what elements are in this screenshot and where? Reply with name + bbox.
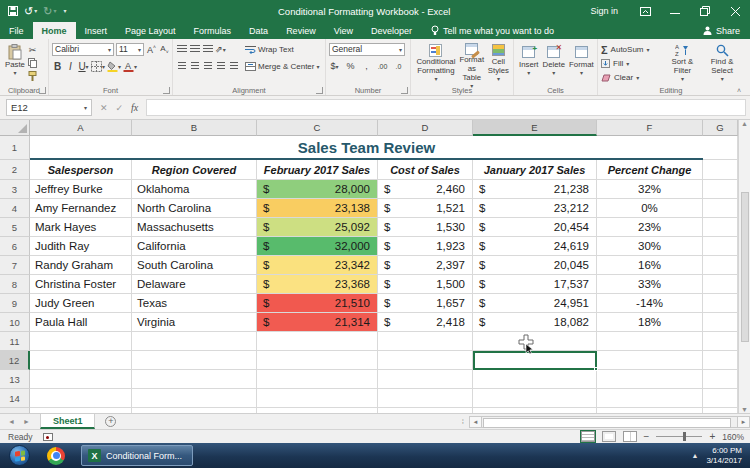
cell-B10[interactable]: Virginia	[132, 313, 257, 332]
table-header-C2[interactable]: February 2017 Sales	[257, 160, 378, 180]
cell-F5[interactable]: 23%	[597, 218, 703, 237]
tab-file[interactable]: File	[0, 22, 33, 39]
column-header-E[interactable]: E	[473, 120, 597, 136]
row-header-8[interactable]: 8	[0, 275, 30, 294]
cell-D5[interactable]: $1,530	[378, 218, 473, 237]
column-header-A[interactable]: A	[30, 120, 132, 136]
hscroll-left-icon[interactable]: ◄	[469, 416, 482, 428]
tab-view[interactable]: View	[325, 22, 362, 39]
cell-A13[interactable]	[30, 370, 132, 389]
increase-decimal-button[interactable]: .00	[377, 60, 388, 72]
cell-B6[interactable]: California	[132, 237, 257, 256]
cell-A8[interactable]: Christina Foster	[30, 275, 132, 294]
hscroll-right-icon[interactable]: ►	[737, 416, 750, 428]
excel-taskbar-button[interactable]: X Conditional Form...	[81, 445, 193, 466]
cell-E9[interactable]: $24,951	[473, 294, 597, 313]
selected-cell-E12[interactable]	[473, 351, 597, 370]
cell-A5[interactable]: Mark Hayes	[30, 218, 132, 237]
zoom-level[interactable]: 160%	[722, 432, 744, 442]
cell-D10[interactable]: $2,418	[378, 313, 473, 332]
table-header-E2[interactable]: January 2017 Sales	[473, 160, 597, 180]
cell-G6[interactable]	[703, 237, 738, 256]
cell-B9[interactable]: Texas	[132, 294, 257, 313]
row-header-13[interactable]: 13	[0, 370, 30, 389]
name-box[interactable]: E12▾	[6, 99, 92, 116]
column-header-G[interactable]: G	[703, 120, 738, 136]
cell-A10[interactable]: Paula Hall	[30, 313, 132, 332]
cell-G12[interactable]	[703, 351, 738, 370]
cell-G9[interactable]	[703, 294, 738, 313]
cell-F8[interactable]: 33%	[597, 275, 703, 294]
cell-F14[interactable]	[597, 389, 703, 408]
cell-B7[interactable]: South Carolina	[132, 256, 257, 275]
percent-style-button[interactable]: %	[345, 60, 356, 72]
fill-color-button[interactable]: ▾	[107, 60, 121, 72]
start-button[interactable]	[9, 445, 30, 466]
comma-style-button[interactable]: ,	[361, 60, 372, 72]
table-header-F2[interactable]: Percent Change	[597, 160, 703, 180]
cell-E4[interactable]: $23,212	[473, 199, 597, 218]
cell-G10[interactable]	[703, 313, 738, 332]
table-header-A2[interactable]: Salesperson	[30, 160, 132, 180]
cell-C7[interactable]: $23,342	[257, 256, 378, 275]
cell-C5[interactable]: $25,092	[257, 218, 378, 237]
cell-E5[interactable]: $20,454	[473, 218, 597, 237]
row-header-1[interactable]: 1	[0, 136, 30, 160]
cell-B13[interactable]	[132, 370, 257, 389]
cell-B5[interactable]: Massachusetts	[132, 218, 257, 237]
minimize-button[interactable]	[660, 0, 690, 22]
normal-view-button[interactable]	[581, 431, 595, 442]
font-color-button[interactable]: A ▾	[123, 60, 137, 72]
tab-review[interactable]: Review	[277, 22, 325, 39]
collapse-ribbon-button[interactable]: ˄	[737, 87, 741, 94]
zoom-slider[interactable]	[656, 436, 702, 437]
zoom-in-button[interactable]: +	[709, 431, 715, 442]
record-macro-icon[interactable]	[43, 433, 53, 441]
ribbon-display-options-button[interactable]	[630, 0, 660, 22]
tab-developer[interactable]: Developer	[362, 22, 421, 39]
cell-G13[interactable]	[703, 370, 738, 389]
cell-F7[interactable]: 16%	[597, 256, 703, 275]
cell-E7[interactable]: $20,045	[473, 256, 597, 275]
cell-E13[interactable]	[473, 370, 597, 389]
format-as-table-button[interactable]: Format as Table ▾	[458, 42, 486, 84]
sort-filter-button[interactable]: AZ Sort & Filter ▾	[663, 42, 703, 84]
row-header-11[interactable]: 11	[0, 332, 30, 351]
cell-C8[interactable]: $23,368	[257, 275, 378, 294]
cell-D3[interactable]: $2,460	[378, 180, 473, 199]
redo-button[interactable]: ↻▾	[43, 6, 56, 17]
tab-page-layout[interactable]: Page Layout	[116, 22, 185, 39]
accounting-format-button[interactable]: $▾	[329, 60, 340, 72]
increase-indent-button[interactable]	[228, 60, 239, 72]
vertical-scroll-thumb[interactable]	[741, 192, 749, 342]
cell-B12[interactable]	[132, 351, 257, 370]
bold-button[interactable]: B	[52, 60, 63, 72]
enter-formula-button[interactable]: ✓	[116, 103, 124, 113]
row-header-6[interactable]: 6	[0, 237, 30, 256]
sheet-title-cell[interactable]: Sales Team Review	[30, 136, 703, 160]
horizontal-scroll-thumb[interactable]	[483, 418, 731, 428]
font-name-combo[interactable]: Calibri▾	[52, 43, 114, 56]
cell-C14[interactable]	[257, 389, 378, 408]
sheet-nav-left-icon[interactable]: ◄	[8, 418, 15, 425]
select-all-corner[interactable]	[0, 120, 30, 136]
taskbar-clock[interactable]: 6:00 PM 3/14/2017	[706, 446, 742, 466]
copy-button[interactable]	[27, 57, 38, 69]
font-size-combo[interactable]: 11▾	[116, 43, 144, 56]
find-select-button[interactable]: Find & Select ▾	[702, 42, 742, 84]
column-header-B[interactable]: B	[132, 120, 257, 136]
cell-A14[interactable]	[30, 389, 132, 408]
cell-E8[interactable]: $17,537	[473, 275, 597, 294]
undo-button[interactable]: ↺▾	[24, 6, 37, 17]
tab-splitter[interactable]: ⁞	[462, 417, 469, 426]
cell-B8[interactable]: Delaware	[132, 275, 257, 294]
cell-E6[interactable]: $24,619	[473, 237, 597, 256]
tab-data[interactable]: Data	[240, 22, 277, 39]
cell-G2[interactable]	[703, 160, 738, 180]
row-header-12[interactable]: 12	[0, 351, 30, 370]
tab-insert[interactable]: Insert	[76, 22, 117, 39]
merge-center-button[interactable]: Merge & Center ▾	[245, 59, 319, 73]
row-header-5[interactable]: 5	[0, 218, 30, 237]
cell-E10[interactable]: $18,082	[473, 313, 597, 332]
fill-button[interactable]: Fill▾	[601, 57, 663, 70]
